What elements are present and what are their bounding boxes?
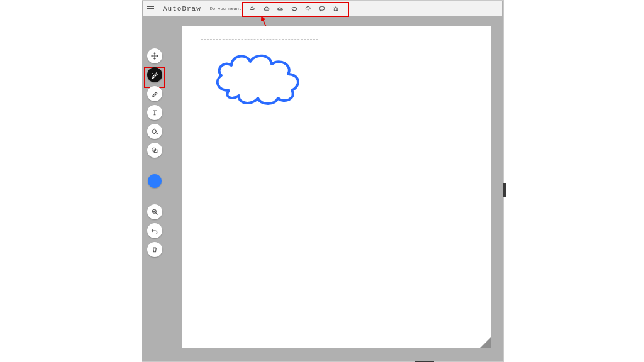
suggestion-speech-bubble-icon[interactable] xyxy=(318,5,326,13)
autodraw-tool[interactable] xyxy=(147,67,162,82)
suggestion-cloud-icon[interactable] xyxy=(263,5,270,13)
header-bar: AutoDraw Do you mean: xyxy=(143,1,502,16)
suggestion-oval-icon[interactable] xyxy=(291,5,298,13)
svg-line-17 xyxy=(156,213,158,215)
color-picker[interactable] xyxy=(148,174,162,188)
type-tool[interactable] xyxy=(147,105,162,120)
fill-tool[interactable] xyxy=(147,124,162,139)
move-tool[interactable] xyxy=(147,48,162,63)
drawing-canvas[interactable] xyxy=(182,26,491,348)
svg-line-9 xyxy=(337,10,338,11)
suggestion-bug-icon[interactable] xyxy=(332,5,340,13)
svg-point-2 xyxy=(335,8,338,11)
tool-bar xyxy=(146,48,164,257)
suggestion-row xyxy=(245,3,343,15)
svg-line-8 xyxy=(334,10,335,11)
app-brand: AutoDraw xyxy=(163,5,201,13)
svg-line-5 xyxy=(337,8,338,8)
suggestion-tree-icon[interactable] xyxy=(304,5,312,13)
svg-point-0 xyxy=(292,7,297,10)
vertical-scroll-thumb[interactable] xyxy=(503,183,506,197)
suggestion-cloud-small-icon[interactable] xyxy=(249,5,257,13)
undo-tool[interactable] xyxy=(147,223,162,238)
app-window: AutoDraw Do you mean: xyxy=(142,0,504,362)
suggestion-hint: Do you mean: xyxy=(210,6,242,11)
canvas-resize-corner-icon[interactable] xyxy=(480,337,491,348)
shape-tool[interactable] xyxy=(147,143,162,158)
zoom-tool[interactable] xyxy=(147,204,162,219)
menu-button[interactable] xyxy=(143,6,158,12)
delete-tool[interactable] xyxy=(147,242,162,257)
svg-line-4 xyxy=(334,8,335,8)
svg-point-13 xyxy=(157,74,158,75)
svg-point-11 xyxy=(156,72,157,74)
svg-point-12 xyxy=(152,73,153,74)
draw-tool[interactable] xyxy=(147,86,162,101)
suggestion-cloud-flat-icon[interactable] xyxy=(277,5,284,13)
cloud-sketch[interactable] xyxy=(210,47,314,109)
